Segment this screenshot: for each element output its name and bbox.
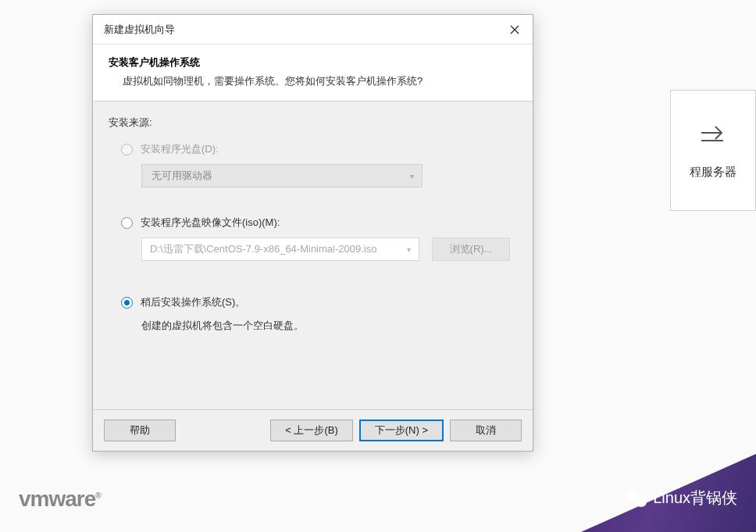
body-section: 安装来源: 安装程序光盘(D): 无可用驱动器 ▾ 安装程序光盘映像文件(iso… [93,102,533,409]
drive-combo: 无可用驱动器 ▾ [141,164,423,187]
help-button[interactable]: 帮助 [104,420,176,441]
header-section: 安装客户机操作系统 虚拟机如同物理机，需要操作系统。您将如何安装客户机操作系统? [93,45,533,102]
channel-name: Linux背锅侠 [653,487,737,509]
channel-watermark: Linux背锅侠 [626,487,737,509]
chevron-down-icon: ▾ [410,172,414,180]
vmware-logo: vmware® [19,487,101,512]
header-title: 安装客户机操作系统 [109,55,517,70]
radio-icon [121,217,133,229]
dialog-title: 新建虚拟机向导 [104,23,175,37]
radio-installer-disc[interactable]: 安装程序光盘(D): [121,142,517,156]
header-description: 虚拟机如同物理机，需要操作系统。您将如何安装客户机操作系统? [109,74,517,88]
radio-install-later[interactable]: 稍后安装操作系统(S)。 [121,295,517,309]
close-button[interactable] [497,15,533,45]
iso-row: D:\迅雷下载\CentOS-7.9-x86_64-Minimal-2009.i… [141,237,517,261]
wechat-icon [626,490,647,507]
drive-combo-text: 无可用驱动器 [152,169,212,183]
radio-icon [121,144,133,155]
tile-label: 程服务器 [690,165,736,180]
browse-button: 浏览(R)... [432,237,510,261]
radio-icon [121,297,133,309]
dialog-footer: 帮助 < 上一步(B) 下一步(N) > 取消 [93,409,533,451]
close-icon [510,25,519,34]
radio-iso-file[interactable]: 安装程序光盘映像文件(iso)(M): [121,216,517,230]
install-source-label: 安装来源: [109,116,517,130]
cancel-button[interactable]: 取消 [450,420,522,441]
next-button[interactable]: 下一步(N) > [359,420,444,441]
new-vm-wizard-dialog: 新建虚拟机向导 安装客户机操作系统 虚拟机如同物理机，需要操作系统。您将如何安装… [92,14,533,452]
titlebar: 新建虚拟机向导 [93,15,533,45]
remote-server-tile[interactable]: 程服务器 [670,90,756,211]
chevron-down-icon: ▾ [407,245,411,254]
arrow-right-icon [700,122,726,149]
iso-path-combo: D:\迅雷下载\CentOS-7.9-x86_64-Minimal-2009.i… [141,237,419,261]
iso-path-text: D:\迅雷下载\CentOS-7.9-x86_64-Minimal-2009.i… [150,242,376,256]
radio-label-disc: 安装程序光盘(D): [141,142,219,156]
back-button[interactable]: < 上一步(B) [270,420,353,441]
install-later-hint: 创建的虚拟机将包含一个空白硬盘。 [141,319,517,333]
radio-label-later: 稍后安装操作系统(S)。 [141,295,245,309]
radio-label-iso: 安装程序光盘映像文件(iso)(M): [141,216,280,230]
